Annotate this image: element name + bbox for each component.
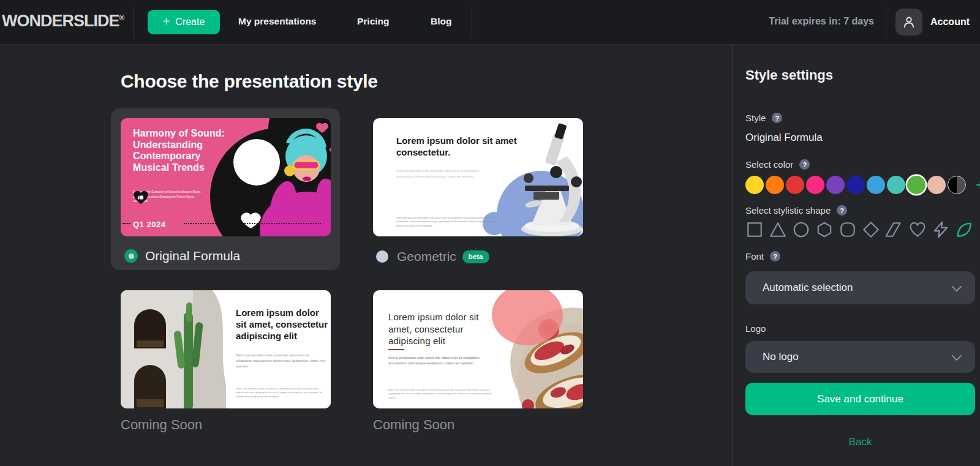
create-button[interactable]: + Create [148,10,220,34]
slide-date: Q1 2024 [133,220,165,229]
color-swatch-orange[interactable] [766,176,784,194]
page-title: Choose the presentation style [121,71,378,92]
chevron-down-icon [952,351,962,361]
heart-thumbs-up-icon [133,190,149,205]
color-swatch-blush[interactable] [927,176,946,194]
color-label-row: Select color ? [745,159,810,170]
font-dropdown[interactable]: Automatic selection [745,271,975,304]
style-option-label: Geometric [397,249,456,264]
color-swatch-yellow[interactable] [745,176,764,194]
account-icon-box [895,9,922,36]
style-option-original-formula: Original Formula [124,249,240,263]
slide-title: Lorem ipsum dolor sit amet, consectetur … [236,307,329,342]
dotted-line [184,223,321,224]
color-swatch-teal[interactable] [887,176,905,194]
coming-soon-label: Coming Soon [373,417,454,433]
help-icon[interactable]: ? [837,205,847,216]
select-shape-label: Select stylistic shape [745,205,831,216]
color-swatch-black-white[interactable] [948,176,966,194]
sidebar-divider [732,44,733,466]
user-icon [902,15,916,29]
circle-shape-icon[interactable] [792,220,810,239]
top-nav: WONDERSLIDE® + Create My presentations P… [0,0,980,45]
color-swatch-navy[interactable] [846,176,865,194]
trial-status: Trial expires in: 7 days [769,16,874,27]
logo-dropdown[interactable]: No logo [745,341,975,373]
back-link[interactable]: Back [745,436,975,448]
coming-soon-label: Coming Soon [121,417,202,433]
slide-note: Note: This material covers all aspects o… [236,387,325,399]
nav-item-pricing[interactable]: Pricing [357,16,390,27]
registered-mark: ® [119,13,125,22]
beta-badge: beta [462,250,489,263]
slide-title: Lorem ipsum dolor sit amet consectetur. [396,135,522,159]
radio-selected[interactable] [124,249,138,263]
color-swatch-red[interactable] [786,176,804,194]
nav-divider [886,6,886,38]
create-button-label: Create [175,17,205,28]
radio-unselected[interactable] [376,250,388,263]
slide-title: Lorem ipsum dolor sit amet, consectetur … [388,311,497,347]
plus-icon: + [163,15,170,28]
slide-title: Harmony of Sound: Understanding Contempo… [133,128,236,174]
diamond-shape-icon[interactable] [862,220,880,239]
slide-thumbnail-original-formula[interactable]: Harmony of Sound: Understanding Contempo… [121,118,331,236]
add-color-button[interactable]: + [976,177,980,194]
heart-shape-icon[interactable] [908,220,927,239]
font-dropdown-value: Automatic selection [763,282,853,294]
slide-body: Sed ut perspiciatis unde omnis iste natu… [236,353,326,369]
logo-dropdown-value: No logo [763,351,799,363]
logo-text: WONDERSLIDE [2,12,119,30]
logo-label: Logo [745,323,766,334]
chevron-down-icon [952,282,962,292]
shape-label-row: Select stylistic shape ? [745,205,847,216]
slide-thumbnail-coming-soon-1: Lorem ipsum dolor sit amet, consectetur … [121,290,331,408]
slide-body: Sed ut perspiciatis unde omnis iste natu… [388,355,489,366]
font-label-row: Font ? [745,251,780,261]
shape-row [745,220,973,239]
rounded-square-shape-icon[interactable] [839,220,857,239]
divider [388,349,404,350]
color-swatch-sky-blue[interactable] [867,176,885,194]
wonderslide-app: WONDERSLIDE® + Create My presentations P… [0,0,980,466]
dotted-line [123,223,130,224]
color-swatch-purple[interactable] [826,176,845,194]
style-label: Style [745,113,766,123]
lightning-shape-icon[interactable] [932,220,950,239]
slide-body: Sed ut perspiciatis unde omnis iste natu… [396,168,488,179]
triangle-shape-icon[interactable] [769,220,787,239]
save-and-continue-button[interactable]: Save and continue [745,383,975,415]
nav-divider [472,6,472,38]
style-option-label: Original Formula [145,249,240,263]
account-label: Account [930,17,970,28]
color-swatch-green-selected[interactable] [907,176,925,194]
hexagon-shape-icon[interactable] [815,220,834,239]
wonderslide-logo[interactable]: WONDERSLIDE® [2,12,124,31]
style-label-row: Style ? [745,113,782,123]
slide-thumbnail-geometric[interactable]: Lorem ipsum dolor sit amet consectetur. … [373,118,583,236]
slide-thumbnail-coming-soon-2: Lorem ipsum dolor sit amet, consectetur … [373,290,583,408]
style-option-geometric: Geometric beta [376,249,489,264]
select-color-label: Select color [745,159,793,170]
color-swatch-row: + [745,176,980,194]
help-icon[interactable]: ? [772,113,782,123]
slide-note: Sed ut perspiciatis unde omnis iste natu… [396,216,497,228]
parallelogram-shape-icon[interactable] [885,220,903,239]
sidebar-title: Style settings [745,67,833,83]
nav-item-blog[interactable]: Blog [431,16,451,27]
account-button[interactable]: Account [895,9,970,36]
square-shape-icon[interactable] [745,220,764,239]
nav-divider [133,6,134,38]
logo-label-row: Logo [745,323,766,334]
slide-note: Note: This material covers all aspects o… [388,388,494,400]
help-icon[interactable]: ? [770,251,780,261]
color-swatch-pink[interactable] [806,176,824,194]
nav-item-my-presentations[interactable]: My presentations [238,16,316,27]
help-icon[interactable]: ? [799,159,810,170]
slide-subtitle-row: Exploring the Evolution of Sound in Mode… [133,190,206,204]
leaf-shape-icon-selected[interactable] [955,220,973,239]
style-value: Original Formula [745,132,823,144]
font-label: Font [745,251,764,261]
